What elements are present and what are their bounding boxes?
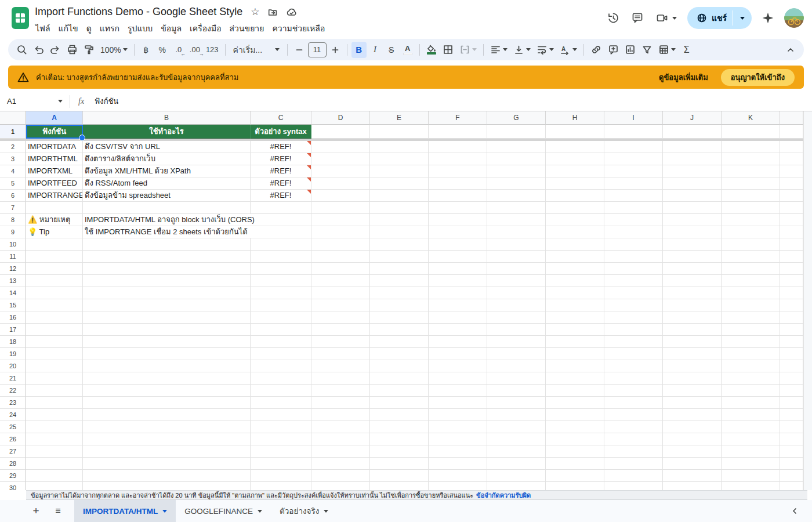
cell-F5[interactable] <box>429 177 487 190</box>
cell-C11[interactable] <box>251 251 311 263</box>
cell-E3[interactable] <box>370 153 429 165</box>
cell-I12[interactable] <box>604 263 663 275</box>
cell-partial-13[interactable] <box>780 275 803 287</box>
paint-format-button[interactable] <box>81 42 97 58</box>
cell-A9[interactable]: 💡 Tip <box>26 226 83 238</box>
cell-I28[interactable] <box>604 458 663 470</box>
cell-D19[interactable] <box>311 348 370 360</box>
collapse-toolbar-button[interactable] <box>783 42 798 58</box>
text-color-button[interactable]: A <box>400 42 415 58</box>
cell-K15[interactable] <box>722 299 780 311</box>
cell-E14[interactable] <box>370 287 429 299</box>
cell-I2[interactable] <box>604 141 663 153</box>
cell-E15[interactable] <box>370 299 429 311</box>
cell-K29[interactable] <box>722 470 780 482</box>
cell-D17[interactable] <box>311 324 370 336</box>
cell-A12[interactable] <box>26 263 83 275</box>
cell-A22[interactable] <box>26 385 83 397</box>
cell-K28[interactable] <box>722 458 780 470</box>
allow-access-button[interactable]: อนุญาตให้เข้าถึง <box>721 69 795 86</box>
cell-J8[interactable] <box>663 214 722 226</box>
row-header-26[interactable]: 26 <box>0 433 26 445</box>
cell-J25[interactable] <box>663 421 722 433</box>
cell-J24[interactable] <box>663 409 722 421</box>
cell-B25[interactable] <box>83 421 251 433</box>
cell-E12[interactable] <box>370 263 429 275</box>
bold-button[interactable]: B <box>351 42 367 58</box>
column-header-C[interactable]: C <box>251 111 311 125</box>
column-header-B[interactable]: B <box>83 111 251 125</box>
cell-J14[interactable] <box>663 287 722 299</box>
cell-I1[interactable] <box>604 125 663 139</box>
sheet-tab-importdata-html[interactable]: IMPORTDATA/HTML <box>74 500 176 522</box>
cell-F6[interactable] <box>429 190 487 202</box>
cell-I3[interactable] <box>604 153 663 165</box>
cell-E20[interactable] <box>370 360 429 372</box>
cell-F26[interactable] <box>429 433 487 445</box>
avatar[interactable] <box>784 8 804 28</box>
cell-E5[interactable] <box>370 177 429 190</box>
search-button[interactable] <box>14 42 30 58</box>
row-header-16[interactable]: 16 <box>0 311 26 324</box>
text-rotation-button[interactable]: A <box>557 42 579 58</box>
cell-B24[interactable] <box>83 409 251 421</box>
cell-F1[interactable] <box>429 125 487 139</box>
cell-partial-26[interactable] <box>780 433 803 445</box>
cell-A13[interactable] <box>26 275 83 287</box>
menu-file[interactable]: ไฟล์ <box>31 21 55 36</box>
cell-G8[interactable] <box>487 214 546 226</box>
cell-J23[interactable] <box>663 397 722 409</box>
cell-D5[interactable] <box>311 177 370 190</box>
redo-button[interactable] <box>48 42 63 58</box>
borders-button[interactable] <box>440 42 456 58</box>
cell-H14[interactable] <box>546 287 604 299</box>
cell-A3[interactable]: IMPORTHTML <box>26 153 83 165</box>
cell-F24[interactable] <box>429 409 487 421</box>
cell-B5[interactable]: ดึง RSS/Atom feed <box>83 177 251 190</box>
cell-K27[interactable] <box>722 445 780 458</box>
cell-I6[interactable] <box>604 190 663 202</box>
italic-button[interactable]: I <box>368 42 383 58</box>
cell-E4[interactable] <box>370 165 429 177</box>
cell-G27[interactable] <box>487 445 546 458</box>
cell-H16[interactable] <box>546 311 604 324</box>
cell-G4[interactable] <box>487 165 546 177</box>
cell-E27[interactable] <box>370 445 429 458</box>
column-header-K[interactable]: K <box>722 111 780 125</box>
cell-K26[interactable] <box>722 433 780 445</box>
cell-E19[interactable] <box>370 348 429 360</box>
cell-A24[interactable] <box>26 409 83 421</box>
row-header-23[interactable]: 23 <box>0 397 26 409</box>
cell-H19[interactable] <box>546 348 604 360</box>
cell-partial-7[interactable] <box>780 202 803 214</box>
cell-H15[interactable] <box>546 299 604 311</box>
cell-B7[interactable] <box>83 202 251 214</box>
cell-partial-6[interactable] <box>780 190 803 202</box>
cell-C15[interactable] <box>251 299 311 311</box>
cell-G15[interactable] <box>487 299 546 311</box>
cell-E17[interactable] <box>370 324 429 336</box>
share-dropdown-button[interactable] <box>733 7 752 29</box>
cell-B22[interactable] <box>83 385 251 397</box>
cell-F14[interactable] <box>429 287 487 299</box>
cell-K7[interactable] <box>722 202 780 214</box>
menu-insert[interactable]: แทรก <box>96 21 124 36</box>
cell-F17[interactable] <box>429 324 487 336</box>
row-header-10[interactable]: 10 <box>0 238 26 251</box>
cell-C14[interactable] <box>251 287 311 299</box>
row-header-15[interactable]: 15 <box>0 299 26 311</box>
cell-B20[interactable] <box>83 360 251 372</box>
cell-G30[interactable] <box>487 482 546 490</box>
cell-H2[interactable] <box>546 141 604 153</box>
cell-K2[interactable] <box>722 141 780 153</box>
cell-G29[interactable] <box>487 470 546 482</box>
cell-B17[interactable] <box>83 324 251 336</box>
cell-J19[interactable] <box>663 348 722 360</box>
cell-B28[interactable] <box>83 458 251 470</box>
cell-B15[interactable] <box>83 299 251 311</box>
cell-B1[interactable]: ใช้ทำอะไร <box>83 125 251 139</box>
cell-F23[interactable] <box>429 397 487 409</box>
column-header-E[interactable]: E <box>370 111 429 125</box>
meet-dropdown-icon[interactable] <box>672 17 677 20</box>
cell-F20[interactable] <box>429 360 487 372</box>
